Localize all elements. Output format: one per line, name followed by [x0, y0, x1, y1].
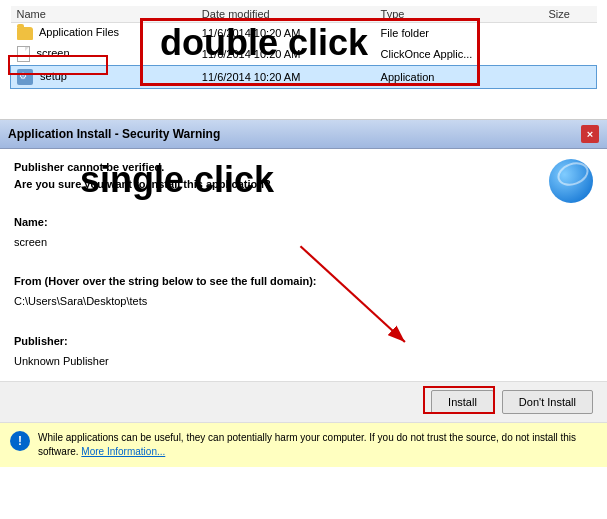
file-size-cell: [542, 23, 596, 43]
dialog-body: single click Publisher cannot be verifie…: [0, 149, 607, 381]
double-click-label: double click: [160, 22, 368, 64]
publisher-label: Publisher:: [14, 335, 68, 347]
name-value: screen: [14, 236, 47, 248]
info-icon: !: [10, 431, 30, 451]
from-label: From (Hover over the string below to see…: [14, 275, 317, 287]
dialog-fields: Name: screen From (Hover over the string…: [14, 213, 593, 371]
publisher-value: Unknown Publisher: [14, 355, 109, 367]
name-field: Name: screen: [14, 213, 593, 253]
dont-install-button[interactable]: Don't Install: [502, 390, 593, 414]
file-size-cell: [542, 43, 596, 66]
more-information-link[interactable]: More Information...: [81, 446, 165, 457]
col-size: Size: [542, 6, 596, 23]
security-warning-dialog: Application Install - Security Warning ×…: [0, 120, 607, 467]
globe-icon: [549, 159, 593, 203]
page-icon: [17, 46, 30, 62]
name-label: Name:: [14, 216, 48, 228]
dialog-titlebar: Application Install - Security Warning ×: [0, 120, 607, 149]
from-value: C:\Users\Sara\Desktop\tets: [14, 295, 147, 307]
footer-text: While applications can be useful, they c…: [38, 431, 597, 459]
dialog-close-button[interactable]: ×: [581, 125, 599, 143]
from-field: From (Hover over the string below to see…: [14, 272, 593, 312]
dialog-buttons: Install Don't Install: [0, 381, 607, 422]
setup-icon: [17, 69, 33, 85]
file-size-cell: [542, 65, 596, 88]
dialog-footer: ! While applications can be useful, they…: [0, 422, 607, 467]
dialog-title: Application Install - Security Warning: [8, 127, 220, 141]
file-explorer: Name Date modified Type Size Application…: [0, 0, 607, 120]
install-button[interactable]: Install: [431, 390, 494, 414]
folder-icon: [17, 27, 33, 40]
single-click-label: single click: [80, 159, 274, 201]
publisher-field: Publisher: Unknown Publisher: [14, 332, 593, 372]
